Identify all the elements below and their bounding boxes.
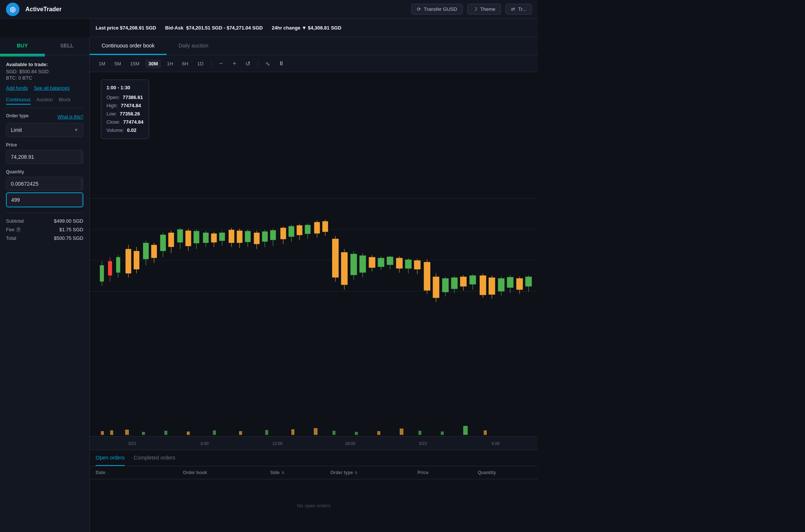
quantity-group: Quantity BTC SGD xyxy=(6,169,83,207)
svg-rect-40 xyxy=(245,231,251,242)
svg-rect-86 xyxy=(451,278,458,289)
col-quantity[interactable]: Quantity xyxy=(478,470,532,475)
buy-sell-tabs: BUY SELL xyxy=(0,37,89,55)
svg-rect-46 xyxy=(270,230,276,240)
what-is-this-link[interactable]: What is this? xyxy=(58,114,83,120)
chart-tooltip: 1:00 - 1:30 Open: 77386.61 High: 77474.8… xyxy=(101,80,149,139)
topnav-right: ⟳ Transfer GUSD ☽ Theme ⇄ Tr... xyxy=(411,4,532,15)
price-input[interactable] xyxy=(6,150,81,164)
candlestick-chart xyxy=(90,72,538,418)
chart-toolbar: 1M 5M 15M 30M 1H 6H 1D − + ↺ ∿ ⏸ xyxy=(90,55,538,72)
svg-rect-84 xyxy=(442,278,449,292)
tab-continuous-orderbook[interactable]: Continuous order book xyxy=(90,37,167,55)
svg-rect-14 xyxy=(134,251,139,269)
tab-sell[interactable]: SELL xyxy=(45,37,90,55)
transfer2-icon: ⇄ xyxy=(511,6,515,12)
svg-rect-18 xyxy=(151,245,157,258)
svg-rect-118 xyxy=(400,429,403,435)
toolbar-separator xyxy=(211,60,211,67)
volume-chart xyxy=(90,418,538,436)
svg-rect-52 xyxy=(297,225,302,235)
quantity-label: Quantity xyxy=(6,169,83,174)
svg-rect-72 xyxy=(387,257,393,265)
timeframe-6h[interactable]: 6H xyxy=(179,59,191,68)
svg-rect-78 xyxy=(414,260,420,269)
svg-rect-105 xyxy=(110,430,113,435)
col-date[interactable]: Date ↓ xyxy=(96,470,177,475)
zoom-in-button[interactable]: + xyxy=(229,58,240,69)
xaxis-1800: 18:00 xyxy=(314,441,387,446)
price-input-row: SGD xyxy=(6,150,83,164)
fee-row: Fee ? $1.75 SGD xyxy=(6,225,83,234)
timeframe-1d[interactable]: 1D xyxy=(194,59,207,68)
app-logo: ◎ xyxy=(6,3,19,16)
tab-daily-auction[interactable]: Daily auction xyxy=(167,37,220,55)
tab-block[interactable]: Block xyxy=(59,97,71,105)
svg-rect-100 xyxy=(516,278,523,290)
col-orderbook[interactable]: Order book xyxy=(183,470,264,475)
line-chart-icon[interactable]: ∿ xyxy=(263,58,273,69)
tab-continuous[interactable]: Continuous xyxy=(6,97,31,105)
chart-tabs: Continuous order book Daily auction xyxy=(90,37,538,55)
svg-rect-94 xyxy=(489,278,495,295)
tooltip-volume: Volume: 0.02 xyxy=(106,126,143,134)
quantity-sgd-input[interactable] xyxy=(7,193,81,207)
xaxis-600: 6:00 xyxy=(168,441,241,446)
svg-rect-98 xyxy=(507,277,513,288)
svg-rect-115 xyxy=(332,431,335,435)
timeframe-15m[interactable]: 15M xyxy=(127,59,142,68)
svg-rect-56 xyxy=(314,222,320,233)
theme-button[interactable]: ☽ Theme xyxy=(467,4,501,15)
tab-buy[interactable]: BUY xyxy=(0,37,45,55)
col-side[interactable]: Side ⇅ xyxy=(270,470,324,475)
tab-auction[interactable]: Auction xyxy=(37,97,53,105)
svg-rect-109 xyxy=(187,432,190,435)
svg-rect-70 xyxy=(378,258,384,267)
timeframe-1m[interactable]: 1M xyxy=(96,59,108,68)
svg-rect-90 xyxy=(470,275,476,284)
fee-info-icon[interactable]: ? xyxy=(16,227,21,232)
transfer-gusd-button[interactable]: ⟳ Transfer GUSD xyxy=(411,4,463,15)
timeframe-1h[interactable]: 1H xyxy=(164,59,176,68)
svg-rect-24 xyxy=(177,229,183,242)
app-title: ActiveTrader xyxy=(25,6,405,13)
orders-tabs: Open orders Completed orders xyxy=(90,450,538,466)
quantity-sgd-row: SGD xyxy=(6,192,83,207)
subtotal-row: Subtotal $499.00 SGD xyxy=(6,217,83,225)
tab-completed-orders[interactable]: Completed orders xyxy=(134,450,175,466)
toolbar-separator2 xyxy=(258,60,258,67)
main-layout: BUY SELL Available to trade: SGD: $500.8… xyxy=(0,37,538,532)
xaxis-600b: 6:00 xyxy=(459,441,532,446)
order-type-select[interactable]: Limit ▼ xyxy=(6,123,83,137)
col-ordertype[interactable]: Order type ⇅ xyxy=(330,470,412,475)
svg-rect-74 xyxy=(396,258,402,268)
volume-area xyxy=(90,418,538,436)
svg-rect-6 xyxy=(100,265,104,282)
transfer2-button[interactable]: ⇄ Tr... xyxy=(505,4,532,15)
sgd-balance: SGD: $500.84 SGD xyxy=(6,69,83,74)
svg-rect-92 xyxy=(480,275,486,295)
orders-empty-state: No open orders xyxy=(90,479,538,532)
add-funds-link[interactable]: Add funds xyxy=(6,85,28,91)
timeframe-5m[interactable]: 5M xyxy=(111,59,124,68)
quantity-btc-input[interactable] xyxy=(6,177,81,191)
transfer-icon: ⟳ xyxy=(417,6,421,12)
subtotal-label: Subtotal xyxy=(6,218,24,224)
tab-open-orders[interactable]: Open orders xyxy=(96,450,125,466)
zoom-out-button[interactable]: − xyxy=(216,58,226,69)
col-price[interactable]: Price xyxy=(418,470,472,475)
svg-rect-60 xyxy=(332,239,338,278)
svg-rect-64 xyxy=(350,254,357,275)
timeframe-30m[interactable]: 30M xyxy=(145,59,161,68)
svg-rect-106 xyxy=(125,430,129,435)
see-all-balances-link[interactable]: See all balances xyxy=(34,85,69,91)
quantity-btc-row: BTC xyxy=(6,177,83,191)
reset-zoom-button[interactable]: ↺ xyxy=(243,58,253,69)
svg-rect-42 xyxy=(254,233,260,244)
fee-value: $1.75 SGD xyxy=(59,227,83,232)
candle-chart-icon[interactable]: ⏸ xyxy=(276,58,287,69)
available-label: Available to trade: xyxy=(6,62,83,67)
xaxis-1200: 12:00 xyxy=(241,441,314,446)
svg-rect-114 xyxy=(314,428,318,435)
tooltip-close: Close: 77474.84 xyxy=(106,118,143,126)
